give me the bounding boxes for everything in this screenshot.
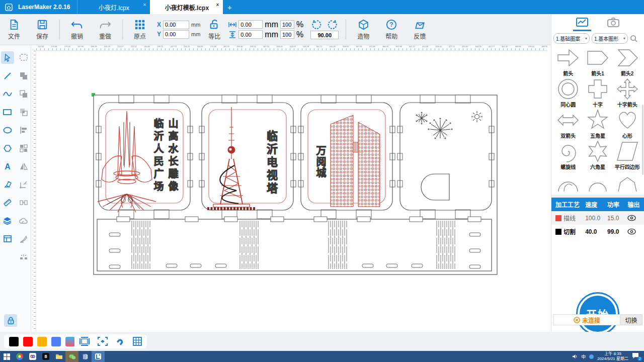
file-button[interactable]: 文件 bbox=[0, 19, 28, 40]
layers-tool[interactable] bbox=[1, 214, 14, 227]
speaker-icon[interactable] bbox=[572, 354, 578, 359]
color-swatch-orange[interactable] bbox=[37, 337, 47, 346]
color-swatch-blue[interactable] bbox=[51, 337, 61, 346]
gallery-tab[interactable] bbox=[573, 16, 591, 31]
camera-tab[interactable] bbox=[604, 16, 622, 31]
app-icon-1[interactable] bbox=[26, 351, 39, 362]
search-icon[interactable] bbox=[630, 35, 637, 42]
tab-close-icon[interactable]: × bbox=[216, 2, 219, 8]
shape-item-partial[interactable] bbox=[583, 171, 613, 192]
tab-document-2-active[interactable]: 小夜灯模板.lcpx × bbox=[150, 0, 223, 14]
gallery-scrollbar[interactable] bbox=[642, 105, 643, 175]
shape-item-partial[interactable] bbox=[553, 171, 583, 192]
shape-item-arrow2[interactable]: 箭头2 bbox=[612, 47, 642, 77]
shape-item-heart[interactable]: 心形 bbox=[612, 109, 642, 139]
app-icon-3[interactable] bbox=[78, 351, 92, 362]
height-percent-input[interactable] bbox=[280, 30, 294, 39]
cloud-tool[interactable] bbox=[17, 214, 30, 227]
lasermaker-taskbar-icon[interactable] bbox=[92, 351, 105, 362]
subtract-tool[interactable] bbox=[17, 87, 30, 100]
curve-tool[interactable] bbox=[1, 87, 14, 100]
process-row-cut[interactable]: 切割 40.0 99.0 bbox=[551, 225, 644, 238]
create-button[interactable]: 造物 bbox=[349, 19, 377, 40]
tray-app-icon[interactable] bbox=[589, 354, 594, 359]
tab-close-icon[interactable]: × bbox=[143, 2, 146, 8]
ruler-tool[interactable] bbox=[1, 196, 14, 209]
help-button[interactable]: ? 帮助 bbox=[377, 19, 406, 40]
design-canvas[interactable]: 山高水长雕像 临沂人民广场 临沂电视塔 万阅城 bbox=[36, 51, 547, 332]
flip-tool[interactable] bbox=[17, 160, 30, 172]
origin-button[interactable]: 原点 bbox=[126, 19, 154, 40]
width-input[interactable] bbox=[238, 20, 263, 29]
shape-item-star6[interactable]: 六角星 bbox=[583, 140, 613, 170]
taskbar-clock[interactable]: 上午 8:35 2024/5/21 星期二 bbox=[597, 351, 628, 361]
width-percent-input[interactable] bbox=[280, 20, 294, 29]
shape-item-cross-arrow[interactable]: 十字箭头 bbox=[612, 78, 642, 108]
home-icon[interactable] bbox=[0, 0, 17, 14]
union-tool[interactable] bbox=[17, 69, 30, 82]
table-tool[interactable] bbox=[1, 232, 14, 245]
arrange-tool[interactable] bbox=[17, 142, 30, 154]
shape-item-arrow[interactable]: 箭头 bbox=[553, 47, 583, 77]
category-select-2[interactable]: 1.基本图形▾ bbox=[592, 33, 628, 44]
start-menu-icon[interactable] bbox=[0, 351, 13, 362]
marquee-tool[interactable] bbox=[17, 51, 30, 64]
process-row-trace[interactable]: 描线 100.0 15.0 bbox=[551, 211, 644, 225]
category-select-1[interactable]: 1.基础图案▾ bbox=[553, 33, 590, 44]
rotate-ccw-icon[interactable] bbox=[312, 20, 322, 30]
wechat-icon[interactable] bbox=[65, 351, 78, 362]
rotate-cw-icon[interactable] bbox=[327, 20, 337, 30]
x-position-input[interactable] bbox=[163, 21, 189, 29]
tab-document-1[interactable]: 小夜灯.lcpx × bbox=[77, 0, 150, 14]
visibility-eye-icon[interactable] bbox=[627, 215, 640, 221]
magnet-snap-icon[interactable] bbox=[116, 337, 125, 346]
language-indicator[interactable]: 中 bbox=[581, 353, 586, 360]
browser-icon[interactable] bbox=[13, 351, 26, 362]
switch-device-button[interactable]: 切换 bbox=[620, 315, 642, 325]
shape-item-star5[interactable]: 五角星 bbox=[583, 109, 613, 139]
intersect-tool[interactable] bbox=[17, 106, 30, 118]
polygon-tool[interactable] bbox=[1, 142, 14, 154]
align-tool[interactable] bbox=[17, 124, 30, 136]
break-tool[interactable] bbox=[17, 250, 30, 263]
eraser-tool[interactable] bbox=[1, 178, 14, 191]
text-tool[interactable]: A bbox=[1, 160, 14, 172]
select-tool[interactable] bbox=[1, 51, 14, 64]
frame-select-icon[interactable] bbox=[79, 337, 90, 346]
color-swatch-gradient[interactable] bbox=[65, 337, 75, 346]
shape-item-parallelogram[interactable]: 平行四边形 bbox=[612, 140, 642, 170]
start-button[interactable]: 开始 bbox=[580, 296, 616, 332]
pen-tool[interactable] bbox=[17, 232, 30, 245]
file-explorer-icon[interactable] bbox=[52, 351, 65, 362]
shape-item-arrow1[interactable]: 箭头1 bbox=[583, 47, 613, 77]
grid-toggle-icon[interactable] bbox=[133, 337, 142, 346]
width-icon bbox=[228, 21, 236, 28]
y-position-input[interactable] bbox=[163, 30, 189, 39]
ellipse-tool[interactable] bbox=[1, 124, 14, 136]
shape-item-double-arrow[interactable]: 双箭头 bbox=[553, 109, 583, 139]
focus-view-icon[interactable] bbox=[98, 337, 108, 346]
undo-button[interactable]: 撤销 bbox=[63, 19, 91, 40]
notification-icon[interactable]: 2 bbox=[632, 352, 641, 360]
feedback-button[interactable]: 反馈 bbox=[406, 19, 434, 40]
mirror-tool[interactable] bbox=[17, 196, 30, 209]
node-edit-tool[interactable] bbox=[17, 178, 30, 191]
rotation-angle-input[interactable] bbox=[310, 31, 339, 39]
color-swatch-black[interactable] bbox=[9, 337, 19, 346]
redo-button[interactable]: 重做 bbox=[91, 19, 119, 40]
save-button[interactable]: 保存 bbox=[28, 19, 56, 40]
new-tab-button[interactable]: + bbox=[223, 0, 236, 14]
visibility-eye-icon[interactable] bbox=[627, 228, 640, 235]
rectangle-tool[interactable] bbox=[1, 106, 14, 118]
color-swatch-red[interactable] bbox=[23, 337, 33, 346]
proportional-lock-button[interactable]: 等比 bbox=[203, 19, 225, 40]
shape-item-cross[interactable]: 十字 bbox=[583, 78, 613, 108]
height-input[interactable] bbox=[238, 30, 263, 39]
line-tool[interactable] bbox=[1, 69, 14, 82]
mm-unit: mm bbox=[191, 22, 200, 28]
shape-item-spiral[interactable]: 螺旋线 bbox=[553, 140, 583, 170]
lock-tool[interactable] bbox=[4, 314, 17, 327]
app-icon-2[interactable]: 8 bbox=[39, 351, 52, 362]
shape-item-partial[interactable] bbox=[612, 171, 642, 192]
shape-item-concentric-circle[interactable]: 同心圆 bbox=[553, 78, 583, 108]
